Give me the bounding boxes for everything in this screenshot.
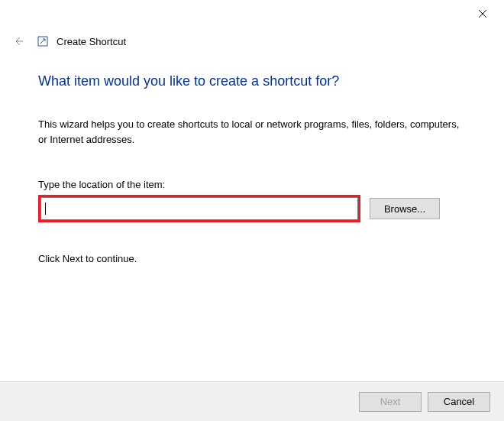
- header-row: Create Shortcut: [0, 32, 504, 50]
- browse-button[interactable]: Browse...: [370, 198, 440, 219]
- text-caret: [45, 202, 46, 215]
- input-row: Browse...: [38, 195, 466, 222]
- cancel-button[interactable]: Cancel: [428, 392, 490, 412]
- continue-text: Click Next to continue.: [38, 253, 466, 264]
- window-title: Create Shortcut: [57, 36, 126, 47]
- input-highlight-frame: [38, 195, 360, 222]
- close-button[interactable]: [475, 6, 490, 21]
- back-arrow-icon: [12, 35, 24, 47]
- back-button[interactable]: [11, 34, 26, 49]
- next-button: Next: [359, 392, 422, 412]
- description-text: This wizard helps you to create shortcut…: [38, 117, 466, 147]
- page-heading: What item would you like to create a sho…: [38, 73, 466, 89]
- titlebar: [0, 0, 504, 32]
- footer: Next Cancel: [0, 381, 504, 421]
- close-icon: [478, 9, 487, 18]
- content-area: What item would you like to create a sho…: [0, 50, 504, 264]
- input-label: Type the location of the item:: [38, 179, 466, 190]
- location-input[interactable]: [40, 197, 358, 220]
- shortcut-icon: [37, 35, 49, 47]
